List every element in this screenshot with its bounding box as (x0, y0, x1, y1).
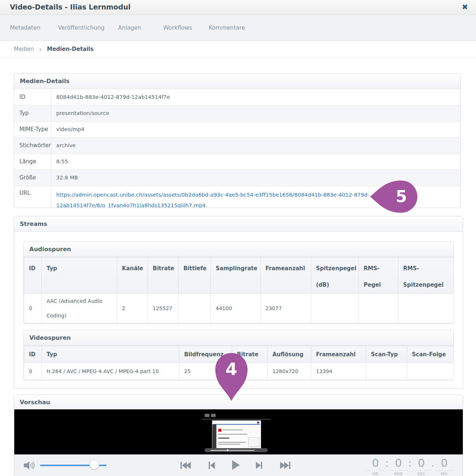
timecode-hours: 0 HR (366, 457, 384, 476)
table-row: ID 8084d41b-883e-4012-879d-12ab14514f7e (14, 89, 460, 105)
cell: AAC (Advanced Audio Coding) (42, 294, 117, 323)
audio-tracks-title: Audiospuren (29, 246, 71, 253)
col-header: Scan-Typ (366, 346, 407, 363)
thumbnail-progress-knob (227, 449, 228, 451)
table-row: Länge 8:55 (14, 153, 460, 170)
timecode-separator: . (431, 457, 434, 469)
audio-tracks-panel: Audiospuren ID Typ Kanäle Bitrate Bittie… (23, 241, 454, 324)
row-label: Stichwörter (14, 137, 51, 153)
tab-anlagen[interactable]: Anlagen (118, 25, 141, 31)
tab-kommentare[interactable]: Kommentare (209, 25, 245, 31)
close-icon[interactable]: ✖ (462, 3, 468, 11)
audio-tracks-table: ID Typ Kanäle Bitrate Bittiefe Samplingr… (24, 257, 454, 323)
streams-title: Streams (20, 220, 47, 227)
streams-header: Streams (14, 216, 463, 232)
timecode-milliseconds: 0 MS (435, 457, 453, 476)
tab-veroeffentlichungen[interactable]: Veröffentlichungen (58, 25, 105, 31)
video-tracks-header: Videospuren (24, 330, 453, 346)
timecode-separator: : (408, 457, 412, 469)
cell (179, 294, 211, 323)
media-details-title: Medien-Details (20, 78, 70, 85)
table-row: MIME-Type video/mp4 (14, 121, 460, 137)
row-value: 8:55 (51, 153, 460, 170)
row-value: presentation/source (51, 105, 460, 121)
row-label: ID (14, 89, 51, 105)
tab-workflows[interactable]: Workflows (163, 25, 192, 31)
media-url-link[interactable]: https://admin.opencast.unibe.ch/assets/a… (56, 190, 417, 208)
thumbnail-button-icon (205, 414, 209, 417)
row-label: Typ (14, 105, 51, 121)
chevron-right-icon: › (39, 45, 42, 53)
col-header: Bittiefe (179, 257, 211, 294)
table-row: Typ presentation/source (14, 105, 460, 121)
cell: 13394 (311, 363, 366, 380)
col-header: Frameanzahl (311, 346, 366, 363)
col-header: ID (24, 257, 42, 294)
thumbnail-text-line (223, 429, 243, 430)
thumbnail-browser-page (212, 420, 261, 450)
row-value: 8084d41b-883e-4012-879d-12ab14514f7e (51, 89, 460, 105)
modal-titlebar: Video-Details - Ilias Lernmodul ✖ (0, 0, 476, 15)
play-button[interactable] (231, 460, 241, 472)
thumbnail-progress-line (211, 450, 254, 451)
cell: 44100 (211, 294, 261, 323)
timecode-seconds: 0 SEC (412, 457, 431, 476)
cell: 2 (117, 294, 148, 323)
page-title: Video-Details - Ilias Lernmodul (10, 3, 131, 11)
previous-frame-button[interactable] (208, 460, 215, 472)
cell: 125527 (148, 294, 179, 323)
cell: 23077 (261, 294, 311, 323)
row-label: URL (14, 186, 51, 208)
cell (407, 363, 454, 380)
next-frame-button[interactable] (256, 460, 263, 472)
thumbnail-text-line (218, 444, 240, 445)
skip-to-end-button[interactable] (280, 460, 291, 472)
volume-slider-knob[interactable] (89, 460, 99, 469)
col-header: RMS-Spitzenpegel (398, 257, 454, 294)
row-value: archive (51, 137, 460, 153)
breadcrumb-medien[interactable]: Medien (14, 46, 34, 52)
col-header: Scan-Folge (407, 346, 454, 363)
col-header: RMS-Pegel (359, 257, 398, 294)
timecode-display: 0 HR : 0 MIN : 0 SEC . 0 MS (366, 457, 453, 476)
cell (311, 294, 359, 323)
col-header: Frameanzahl (261, 257, 311, 294)
cell: 0 (24, 294, 42, 323)
video-stage[interactable] (14, 409, 463, 454)
timecode-minutes: 0 MIN (389, 457, 408, 476)
thumbnail-sidebar (212, 424, 216, 449)
thumbnail-link-line (213, 424, 260, 425)
col-header: Bitrate (148, 257, 179, 294)
svg-text:4: 4 (226, 359, 237, 379)
breadcrumb: Medien › Medien-Details (0, 41, 476, 57)
row-value: video/mp4 (51, 121, 460, 137)
volume-icon[interactable] (23, 461, 36, 472)
preview-panel: Vorschau (14, 395, 463, 476)
thumbnail-red-icon (218, 429, 222, 432)
col-header: Samplingrate (211, 257, 261, 294)
table-header-row: ID Typ Kanäle Bitrate Bittiefe Samplingr… (24, 257, 454, 294)
audio-tracks-header: Audiospuren (24, 242, 453, 257)
video-thumbnail (202, 412, 271, 453)
tab-bar: Metadaten Veröffentlichungen Anlagen Wor… (0, 15, 476, 41)
thumbnail-button-icon (211, 414, 216, 417)
thumbnail-text-line (218, 438, 229, 439)
skip-to-start-button[interactable] (180, 460, 191, 472)
cell: 0 (24, 363, 42, 380)
table-row: Stichwörter archive (14, 137, 460, 153)
tab-metadaten[interactable]: Metadaten (10, 25, 40, 31)
thumbnail-text-line (218, 434, 248, 435)
thumbnail-calendar (248, 438, 259, 447)
col-header: Typ (42, 346, 179, 363)
player-controls: 0 HR : 0 MIN : 0 SEC . 0 MS (14, 454, 463, 476)
timecode-separator: : (385, 457, 388, 469)
video-tracks-title: Videospuren (29, 334, 71, 341)
cell: 1280x720 (268, 363, 311, 380)
row-label: Größe (14, 170, 51, 186)
thumbnail-avatar-dot (257, 421, 259, 424)
cell (398, 294, 454, 323)
col-header: Kanäle (117, 257, 148, 294)
cell (366, 363, 407, 380)
col-header: Typ (42, 257, 117, 294)
svg-text:5: 5 (396, 187, 407, 206)
